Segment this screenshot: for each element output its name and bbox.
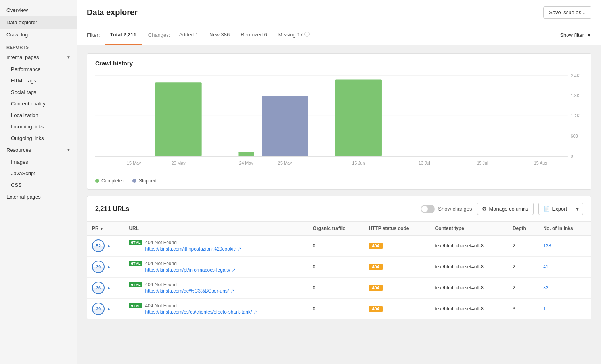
svg-rect-11 (238, 152, 254, 156)
crawl-history-card: Crawl history 2.4K 1.8K 1.2K 600 0 (87, 53, 591, 190)
url-link-3[interactable]: https://kinsta.com/es/es/clientes/efecto… (145, 309, 257, 315)
html-badge-3: HTML (129, 303, 142, 308)
legend-completed: Completed (95, 178, 124, 184)
external-link-icon-1: ↗ (232, 267, 235, 273)
sidebar-sub-item-performance[interactable]: Performance (0, 63, 77, 75)
cell-depth-3: 3 (508, 299, 538, 320)
inlinks-link-0[interactable]: 138 (543, 243, 551, 249)
sidebar-item-external-pages[interactable]: External pages (0, 191, 77, 203)
status-badge-0: 404 (369, 243, 382, 249)
inlinks-link-3[interactable]: 1 (543, 306, 546, 312)
svg-text:1.2K: 1.2K (571, 113, 580, 118)
page-title: Data explorer (87, 8, 138, 17)
export-main-button[interactable]: 📄 Export (539, 203, 572, 215)
manage-columns-label: Manage columns (489, 206, 528, 212)
filter-tab-total[interactable]: Total 2,211 (105, 25, 142, 45)
svg-text:0: 0 (571, 154, 573, 159)
svg-text:600: 600 (571, 134, 578, 138)
pr-arrow-2: ▸ (108, 285, 110, 291)
main-content: Data explorer Save issue as... Filter: T… (77, 0, 601, 364)
completed-dot (95, 179, 99, 183)
pr-arrow-3: ▸ (108, 307, 110, 312)
html-badge-0: HTML (129, 240, 142, 245)
filter-tabs: Filter: Total 2,211 Changes: Added 1 New… (87, 25, 315, 45)
sidebar-item-crawl-log[interactable]: Crawl log (0, 29, 77, 41)
svg-text:15 Jun: 15 Jun (352, 161, 365, 165)
url-status-3: 404 Not Found (145, 303, 257, 308)
sidebar-sub-item-outgoing-links[interactable]: Outgoing links (0, 132, 77, 144)
cell-depth-1: 2 (508, 257, 538, 278)
url-cell-2: 404 Not Found https://kinsta.com/de/%C3%… (145, 282, 234, 294)
cell-depth-2: 2 (508, 278, 538, 299)
urls-card: 2,211 URLs Show changes ⚙ Manage columns (87, 196, 591, 320)
status-badge-3: 404 (369, 306, 382, 312)
svg-rect-10 (155, 82, 201, 156)
filter-tab-new[interactable]: New 386 (204, 25, 235, 45)
filter-tab-removed[interactable]: Removed 6 (235, 25, 273, 45)
cell-organic-traffic-0: 0 (308, 236, 364, 257)
table-row: 39 ▸ HTML 404 Not Found https://kinsta.c… (87, 257, 591, 278)
url-cell-1: 404 Not Found https://kinsta.com/pt/info… (145, 261, 235, 273)
filter-tab-added[interactable]: Added 1 (173, 25, 203, 45)
info-icon: ⓘ (304, 31, 310, 38)
table-header: PR ▼ URL Organic traffic HTTP status cod… (87, 222, 591, 236)
status-badge-2: 404 (369, 285, 382, 291)
show-changes-label: Show changes (438, 206, 472, 212)
legend-stopped: Stopped (132, 178, 157, 184)
svg-text:15 May: 15 May (127, 161, 141, 165)
url-link-0[interactable]: https://kinsta.com/itImpostazioni%20cook… (145, 246, 241, 252)
inlinks-link-2[interactable]: 32 (543, 285, 548, 291)
sidebar-sub-item-content-quality[interactable]: Content quality (0, 98, 77, 109)
inlinks-link-1[interactable]: 41 (543, 264, 548, 270)
show-filter-label: Show filter (560, 32, 584, 38)
external-link-icon-3: ↗ (253, 309, 257, 315)
th-depth: Depth (508, 222, 538, 236)
toggle-knob (421, 206, 428, 212)
filter-tab-missing[interactable]: Missing 17 ⓘ (273, 25, 315, 45)
urls-table: PR ▼ URL Organic traffic HTTP status cod… (87, 222, 591, 320)
sidebar-sub-item-css[interactable]: CSS (0, 179, 77, 191)
sidebar-sub-item-localization[interactable]: Localization (0, 109, 77, 121)
filter-tab-missing-label: Missing (278, 32, 296, 38)
manage-columns-button[interactable]: ⚙ Manage columns (477, 203, 534, 215)
show-changes-toggle[interactable] (421, 205, 435, 213)
chevron-down-icon: ▼ (67, 55, 71, 59)
legend-stopped-label: Stopped (139, 178, 157, 184)
sidebar-group-resources[interactable]: Resources ▼ (0, 144, 77, 156)
gear-icon: ⚙ (482, 206, 487, 212)
cell-organic-traffic-2: 0 (308, 278, 364, 299)
sort-icon-pr: ▼ (100, 226, 104, 231)
pr-circle-0: 52 (92, 239, 105, 252)
sidebar-sub-item-social-tags[interactable]: Social tags (0, 86, 77, 98)
chart-svg: 2.4K 1.8K 1.2K 600 0 15 May 20 May (95, 71, 583, 174)
pr-circle-1: 39 (92, 261, 105, 273)
url-link-2[interactable]: https://kinsta.com/de/%C3%BCber-uns/ ↗ (145, 288, 234, 294)
filter-tab-removed-count: 6 (264, 32, 267, 38)
filter-bar: Filter: Total 2,211 Changes: Added 1 New… (77, 25, 601, 45)
svg-text:2.4K: 2.4K (571, 73, 580, 78)
urls-actions: Show changes ⚙ Manage columns 📄 Export ▼ (421, 203, 583, 215)
cell-inlinks-2: 32 (538, 278, 591, 299)
url-status-2: 404 Not Found (145, 282, 234, 287)
sidebar-sub-item-javascript[interactable]: JavaScript (0, 168, 77, 179)
status-badge-1: 404 (369, 264, 382, 270)
sidebar-group-internal-pages[interactable]: Internal pages ▼ (0, 51, 77, 63)
sidebar: Overview Data explorer Crawl log REPORTS… (0, 0, 77, 364)
export-icon: 📄 (544, 206, 550, 212)
sidebar-group-internal-pages-label: Internal pages (6, 54, 39, 60)
sidebar-item-overview[interactable]: Overview (0, 4, 77, 16)
th-pr: PR ▼ (87, 222, 124, 236)
cell-pr-0: 52 ▸ (87, 236, 124, 257)
sidebar-item-data-explorer[interactable]: Data explorer (0, 16, 77, 29)
urls-header: 2,211 URLs Show changes ⚙ Manage columns (87, 196, 591, 222)
url-link-1[interactable]: https://kinsta.com/pt/informacoes-legais… (145, 267, 235, 273)
export-dropdown-button[interactable]: ▼ (572, 204, 583, 214)
th-organic-traffic: Organic traffic (308, 222, 364, 236)
save-issue-button[interactable]: Save issue as... (543, 6, 591, 19)
legend-completed-label: Completed (101, 178, 124, 184)
sidebar-sub-item-images[interactable]: Images (0, 156, 77, 168)
sidebar-sub-item-html-tags[interactable]: HTML tags (0, 75, 77, 86)
cell-http-status-2: 404 (364, 278, 430, 299)
show-filter-button[interactable]: Show filter ▼ (560, 32, 591, 38)
sidebar-sub-item-incoming-links[interactable]: Incoming links (0, 121, 77, 132)
